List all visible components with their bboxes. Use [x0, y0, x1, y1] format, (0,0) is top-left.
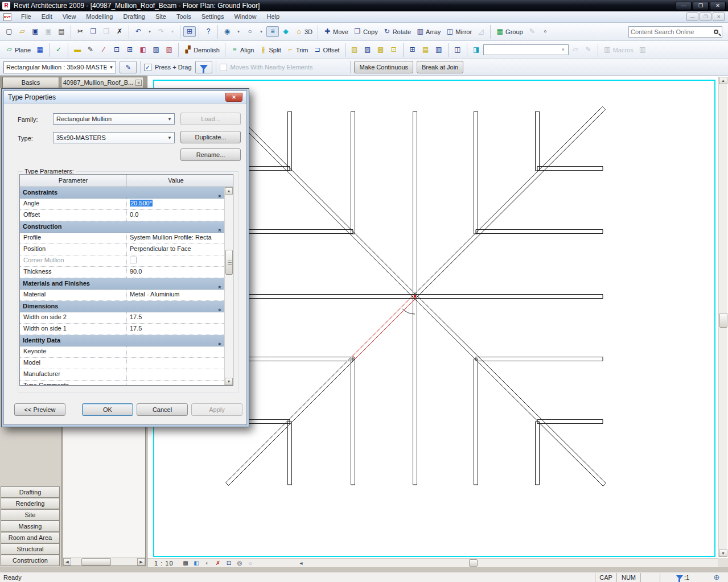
scroll-thumb[interactable]: [225, 250, 233, 275]
menu-help[interactable]: Help: [262, 11, 285, 22]
restore-button[interactable]: ❐: [693, 2, 709, 10]
parameter-row[interactable]: PositionPerpendicular to Face: [20, 244, 225, 255]
parameter-value[interactable]: Metal - Aluminium: [127, 290, 225, 300]
scroll-up-icon[interactable]: ▲: [225, 187, 233, 195]
edit-wall-joins-button[interactable]: ▩: [375, 44, 387, 55]
preview-button[interactable]: << Preview: [14, 403, 65, 416]
parameter-group-row[interactable]: Identity Data»: [20, 335, 225, 346]
parameter-row[interactable]: Offset0.0: [20, 210, 225, 221]
new-button[interactable]: ▢: [3, 26, 15, 37]
parameter-row[interactable]: ProfileSystem Mullion Profile: Recta: [20, 233, 225, 244]
3d-view-button[interactable]: ⌂3D: [293, 26, 315, 37]
collapse-chevron-icon[interactable]: »: [215, 302, 225, 312]
parameter-value[interactable]: [127, 369, 225, 380]
wall-join-button[interactable]: ▧: [348, 44, 361, 55]
edit-profile-button[interactable]: ▥: [433, 44, 445, 55]
parameter-row[interactable]: Angle20.500°: [20, 199, 225, 210]
press-drag-checkbox[interactable]: ✓: [144, 64, 151, 71]
parameter-row[interactable]: Manufacturer: [20, 369, 225, 381]
parameter-value[interactable]: [127, 346, 225, 357]
grid-button[interactable]: ▦: [34, 44, 46, 55]
menu-settings[interactable]: Settings: [196, 11, 229, 22]
worksharing-globe-icon[interactable]: ⊕: [705, 573, 728, 582]
design-bar-button-site[interactable]: Site: [1, 509, 60, 521]
structure-tool-button[interactable]: ◫: [451, 44, 464, 55]
collapse-chevron-icon[interactable]: »: [215, 188, 225, 198]
array-button[interactable]: ▥Array: [414, 26, 443, 37]
document-tab-close-icon[interactable]: ✕: [135, 80, 142, 86]
parameter-row[interactable]: Corner Mullion: [20, 255, 225, 267]
copy-tool-button[interactable]: ❐Copy: [351, 26, 380, 37]
design-bar-tab-basics[interactable]: Basics: [2, 77, 59, 88]
temporary-hide-icon[interactable]: ◎: [236, 559, 244, 567]
dialog-close-button[interactable]: ✕: [225, 93, 242, 102]
parameter-row[interactable]: MaterialMetal - Aluminium: [20, 290, 225, 301]
demolish-hammer-button[interactable]: ▧: [163, 44, 175, 55]
menu-view[interactable]: View: [57, 11, 81, 22]
type-properties-dialog[interactable]: Type Properties ✕ Family: Rectangular Mu…: [1, 88, 249, 427]
collapse-chevron-icon[interactable]: »: [215, 336, 225, 346]
undo-dropdown-button[interactable]: ▾: [145, 26, 154, 37]
parameter-value[interactable]: [127, 381, 225, 385]
duplicate-button[interactable]: Duplicate...: [180, 131, 241, 143]
parameter-group-row[interactable]: Materials and Finishes»: [20, 278, 225, 290]
split-face-button[interactable]: ▨: [150, 44, 162, 55]
collapse-chevron-icon[interactable]: »: [215, 279, 225, 289]
group-button[interactable]: ▦Group: [493, 26, 525, 37]
opening-button[interactable]: ⊡: [388, 44, 400, 55]
dynamic-view-dropdown-button[interactable]: ▾: [234, 26, 243, 37]
menu-drafting[interactable]: Drafting: [118, 11, 150, 22]
parameter-row[interactable]: Type Comments: [20, 381, 225, 385]
align-button[interactable]: ≡Align: [228, 44, 256, 55]
menu-tools[interactable]: Tools: [171, 11, 196, 22]
parameter-value[interactable]: 0.0: [127, 210, 225, 221]
scroll-right-icon[interactable]: ▶: [137, 558, 145, 566]
scroll-thumb[interactable]: [719, 313, 727, 328]
linework-button[interactable]: ∕: [97, 44, 110, 55]
filter-button[interactable]: [195, 61, 212, 73]
mdi-restore-button[interactable]: ❐: [700, 13, 711, 21]
attach-base-button[interactable]: ▤: [419, 44, 432, 55]
break-at-join-button[interactable]: Break at Join: [417, 61, 463, 73]
content-search-box[interactable]: [628, 26, 722, 38]
parameter-group-row[interactable]: Dimensions»: [20, 301, 225, 312]
selection-filter-cell[interactable]: :1: [660, 573, 705, 582]
dynamic-view-button[interactable]: ◉: [221, 26, 233, 37]
project-browser-toggle-button[interactable]: ⊞: [183, 26, 196, 37]
cancel-button[interactable]: Cancel: [137, 403, 188, 416]
parameter-row[interactable]: Width on side 217.5: [20, 312, 225, 324]
search-icon[interactable]: [714, 30, 718, 34]
design-options-button[interactable]: ◨: [470, 44, 483, 55]
parameter-value[interactable]: 17.5: [127, 312, 225, 323]
demolish-button[interactable]: ▞Demolish: [182, 44, 222, 55]
parameter-value[interactable]: System Mullion Profile: Recta: [127, 233, 225, 243]
type-selector[interactable]: Rectangular Mullion : 35x90-MASTER ▼: [3, 61, 116, 73]
parameter-row[interactable]: Model: [20, 358, 225, 369]
edit-cut-profile-button[interactable]: ▨: [361, 44, 374, 55]
view-scale[interactable]: 1 : 10: [154, 560, 174, 567]
ok-button[interactable]: OK: [82, 403, 133, 416]
parameter-value[interactable]: [127, 255, 225, 266]
parameter-row[interactable]: Width on side 117.5: [20, 324, 225, 335]
offset-button[interactable]: ⊐Offset: [311, 44, 342, 55]
open-folder-button[interactable]: ▱: [16, 26, 28, 37]
rename-button[interactable]: Rename...: [180, 148, 241, 161]
mdi-close-button[interactable]: ✕: [713, 13, 725, 21]
make-continuous-button[interactable]: Make Continuous: [354, 61, 413, 73]
dialog-title-bar[interactable]: Type Properties ✕: [4, 91, 246, 104]
parameter-value[interactable]: 17.5: [127, 324, 225, 335]
menu-window[interactable]: Window: [229, 11, 261, 22]
collapse-chevron-icon[interactable]: »: [215, 222, 225, 232]
reveal-hidden-icon[interactable]: ☼: [246, 559, 255, 567]
print-button[interactable]: ▤: [55, 26, 68, 37]
crop-region-icon[interactable]: ⊡: [225, 559, 233, 567]
selected-value-text[interactable]: 20.500°: [130, 200, 153, 207]
join-geometry-button[interactable]: ⊞: [124, 44, 136, 55]
drawing-vscrollbar[interactable]: ▲ ▼: [718, 77, 727, 557]
scroll-thumb[interactable]: [81, 558, 111, 566]
scroll-thumb[interactable]: [469, 559, 478, 567]
match-type-button[interactable]: ✎: [84, 44, 97, 55]
scroll-left-icon[interactable]: ◂: [297, 559, 306, 567]
detach-button[interactable]: ∘: [539, 26, 552, 37]
browser-hscrollbar[interactable]: ◀ ▶: [63, 558, 145, 566]
